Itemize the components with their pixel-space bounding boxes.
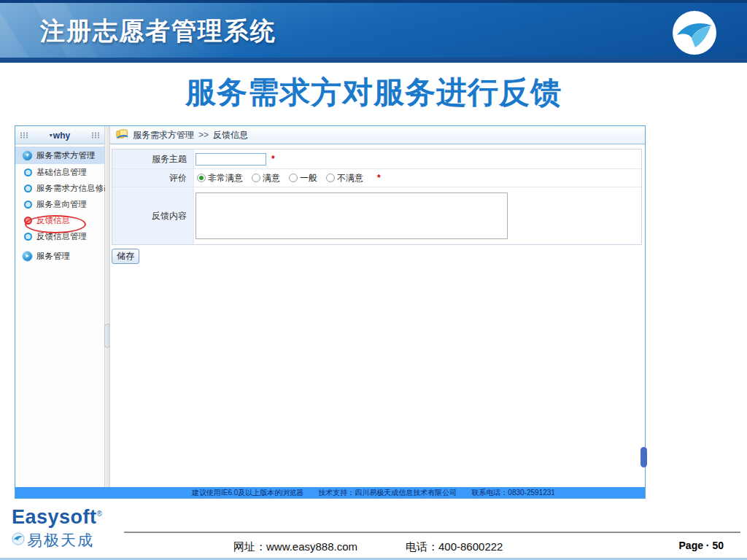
easysoft-wordmark: Easysoft® xyxy=(12,508,102,527)
grid-dots-icon xyxy=(20,132,28,139)
rating-label: 评价 xyxy=(112,169,194,187)
topic-value-cell: * xyxy=(194,149,641,168)
statusbar-phone: 联系电话：0830-2591231 xyxy=(471,488,555,498)
radio-unsatisfied[interactable]: 不满意 xyxy=(326,172,363,184)
radio-label: 一般 xyxy=(300,172,317,184)
rating-value-cell: 非常满意 满意 一般 xyxy=(194,169,641,187)
sidebar-item-label: 反馈信息管理 xyxy=(36,231,87,242)
scrollbar-thumb[interactable] xyxy=(640,447,647,467)
radio-very-satisfied[interactable]: 非常满意 xyxy=(197,172,243,184)
circle-chevron-right-icon: ▸ xyxy=(23,252,32,261)
radio-icon[interactable] xyxy=(252,174,260,182)
radio-label: 不满意 xyxy=(337,172,363,184)
form-row-topic: 服务主题 * xyxy=(112,149,641,169)
sidebar-item-demander-info-edit[interactable]: 服务需求方信息修改 xyxy=(15,180,104,196)
sidebar-header[interactable]: ▾why xyxy=(15,127,104,144)
breadcrumb-current: 反馈信息 xyxy=(213,129,248,141)
form-row-rating: 评价 非常满意 满意 xyxy=(112,169,641,187)
pages-icon xyxy=(116,129,128,141)
sidebar-menu: ▾ 服务需求方管理 基础信息管理 服务需求方信息修改 服务意向管理 xyxy=(15,144,104,265)
sidebar-item-service-mgmt[interactable]: ▸ 服务管理 xyxy=(15,247,104,265)
statusbar-support: 技术支持：四川易极天成信息技术有限公司 xyxy=(318,488,457,498)
ring-icon xyxy=(24,201,32,209)
feedback-content-textarea[interactable] xyxy=(196,192,508,239)
circle-chevron-down-icon: ▾ xyxy=(23,151,32,160)
radio-satisfied[interactable]: 满意 xyxy=(252,172,280,184)
save-button[interactable]: 储存 xyxy=(112,249,139,264)
sidebar-item-label: 服务需求方管理 xyxy=(36,150,96,161)
footer-phone: 电话：400-8600222 xyxy=(406,540,503,554)
ring-icon xyxy=(24,168,32,176)
content-value-cell xyxy=(194,187,641,244)
sidebar-splitter[interactable] xyxy=(105,126,110,487)
required-mark: * xyxy=(377,173,381,183)
footer-website: 网址：www.easy888.com xyxy=(233,540,357,554)
sidebar-item-service-intent-mgmt[interactable]: 服务意向管理 xyxy=(15,196,104,212)
sidebar-item-basic-info-mgmt[interactable]: 基础信息管理 xyxy=(15,164,104,180)
app-window: ▾why ▾ 服务需求方管理 基础信息管理 服务需求方信息修改 xyxy=(15,125,646,499)
sidebar-user-label: why xyxy=(53,131,70,141)
app-statusbar: 建议使用IE6.0及以上版本的浏览器 技术支持：四川易极天成信息技术有限公司 联… xyxy=(15,487,645,498)
slide-header: 注册志愿者管理系统 xyxy=(0,0,747,63)
radio-selected-icon[interactable] xyxy=(197,174,206,182)
topic-input[interactable] xyxy=(196,153,266,166)
sidebar-item-feedback-info[interactable]: 反馈信息 xyxy=(15,212,104,228)
easysoft-logo: Easysoft® 易极天成 xyxy=(12,508,102,551)
radio-label: 满意 xyxy=(263,172,280,184)
sidebar-item-label: 服务需求方信息修改 xyxy=(36,183,112,194)
grid-dots-icon xyxy=(91,132,100,139)
easysoft-swoosh-icon xyxy=(12,532,25,548)
ring-icon xyxy=(24,184,32,192)
sidebar-item-label: 服务意向管理 xyxy=(36,199,87,210)
content-label: 反馈内容 xyxy=(112,187,194,244)
statusbar-browser-tip: 建议使用IE6.0及以上版本的浏览器 xyxy=(192,488,303,498)
form-row-content: 反馈内容 xyxy=(112,187,641,244)
sidebar-item-service-demander-mgmt[interactable]: ▾ 服务需求方管理 xyxy=(15,147,104,164)
content-panel: 服务需求方管理 >> 反馈信息 服务主题 * 评价 xyxy=(110,126,645,487)
radio-icon[interactable] xyxy=(326,174,335,182)
chevron-down-icon: ▾ xyxy=(50,132,53,139)
ring-icon-red xyxy=(24,217,32,225)
breadcrumb-parent[interactable]: 服务需求方管理 xyxy=(133,129,194,141)
registered-mark: ® xyxy=(97,510,103,518)
page-title: 服务需求方对服务进行反馈 xyxy=(0,72,747,113)
sidebar-item-label: 反馈信息 xyxy=(36,215,70,226)
radio-label: 非常满意 xyxy=(208,172,243,184)
breadcrumb-separator: >> xyxy=(198,130,209,140)
sidebar-user[interactable]: ▾why xyxy=(50,131,70,141)
brand-swoosh-icon xyxy=(671,9,718,56)
ring-icon xyxy=(24,233,32,241)
easysoft-cn-name: 易极天成 xyxy=(27,530,94,551)
sidebar-item-label: 基础信息管理 xyxy=(36,167,87,178)
sidebar-item-label: 服务管理 xyxy=(36,251,70,262)
required-mark: * xyxy=(271,154,275,164)
footer-divider xyxy=(124,532,740,533)
radio-average[interactable]: 一般 xyxy=(289,172,317,184)
radio-icon[interactable] xyxy=(289,174,298,182)
system-title: 注册志愿者管理系统 xyxy=(40,15,276,48)
page-number: Page · 50 xyxy=(679,540,724,551)
sidebar-item-feedback-info-mgmt[interactable]: 反馈信息管理 xyxy=(15,228,104,244)
sidebar: ▾why ▾ 服务需求方管理 基础信息管理 服务需求方信息修改 xyxy=(15,126,105,487)
rating-radio-group: 非常满意 满意 一般 xyxy=(197,172,381,184)
topic-label: 服务主题 xyxy=(112,149,194,168)
breadcrumb: 服务需求方管理 >> 反馈信息 xyxy=(110,126,645,144)
feedback-form: 服务主题 * 评价 非常满意 xyxy=(112,149,642,245)
